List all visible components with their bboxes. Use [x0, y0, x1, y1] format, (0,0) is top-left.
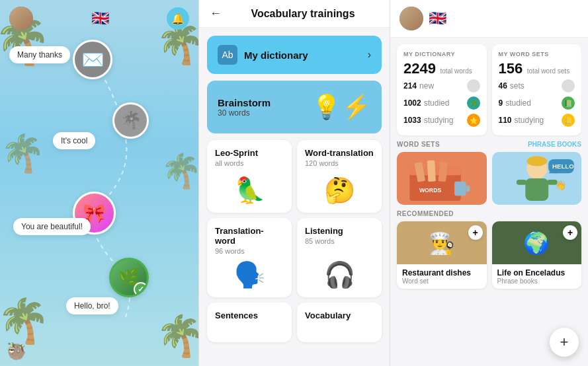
sets-row: WORDS [397, 152, 581, 205]
panel-title: Vocabulary trainings [227, 8, 379, 20]
plant-circle: 🌿 ✓ [109, 258, 149, 297]
palm-circle: 🌴 [112, 102, 149, 139]
envelope-circle: ✉️ [73, 40, 112, 79]
recommended-row: 👨‍🍳 + Restaurant dishes Word set 🌍 + Lif… [397, 221, 581, 289]
training-title: Word-translation [305, 148, 374, 158]
stat-sets-studied: 9 studied 📗 [499, 94, 575, 112]
training-subtitle: all words [215, 159, 243, 167]
training-title: Sentences [215, 311, 258, 320]
left-panel: 🇬🇧 🔔 🌴 🌴 🌴 🌴 🌴 🌴 ✉️ 🌴 🎀 🌿 ✓ Many thanks … [0, 0, 198, 366]
svg-rect-3 [427, 161, 436, 182]
phrase-books-illustration: HELLO 👋 [492, 152, 582, 205]
my-dictionary-header: MY DICTIONARY [403, 51, 480, 57]
right-panel: 🇬🇧 MY DICTIONARY 2249 total words 214 ne… [390, 0, 588, 366]
middle-header: ← Vocabulary trainings [199, 0, 390, 28]
stat-dot: 📒 [562, 114, 575, 127]
stat-studied: 1002 studied 🌿 [403, 94, 480, 112]
avatar [9, 7, 33, 30]
total-words-label: total words [440, 67, 472, 75]
svg-rect-11 [516, 180, 526, 185]
stat-new: 214 new [403, 77, 480, 94]
back-button[interactable]: ← [210, 7, 222, 20]
training-emoji: 🎧 [324, 260, 355, 289]
fab-button[interactable]: + [550, 328, 579, 357]
dictionary-icon: Ab [218, 45, 237, 65]
alarm-button[interactable]: 🔔 [167, 7, 189, 30]
training-card-leo-sprint[interactable]: Leo-Sprint all words 🦜 [207, 140, 292, 213]
total-sets-label: total word sets [527, 67, 569, 75]
bubble-hello-bro: Hello, bro! [66, 297, 118, 314]
rec-add-button[interactable]: + [468, 225, 483, 240]
rec-subtitle: Phrase books [497, 277, 577, 285]
svg-text:👋: 👋 [554, 180, 566, 191]
word-sets-card[interactable]: WORDS [397, 152, 487, 205]
svg-rect-7 [466, 186, 470, 192]
recommended-label: RECOMMENDED [397, 210, 454, 217]
stat-dot [562, 79, 575, 92]
palm-icon: 🌴 [0, 296, 50, 346]
rec-thumb-enceladus: 🌍 + [492, 221, 582, 264]
phrase-books-card[interactable]: HELLO 👋 [492, 152, 582, 205]
svg-point-9 [526, 156, 547, 166]
svg-text:HELLO: HELLO [552, 163, 573, 170]
more-trainings: Sentences Vocabulary [207, 303, 382, 342]
rec-body-restaurant: Restaurant dishes Word set [397, 264, 487, 289]
phrase-books-label[interactable]: PHRASE BOOKS [528, 141, 581, 148]
middle-content: Ab My dictionary › Brainstorm 30 words 💡… [199, 28, 390, 366]
stat-dot: ⭐ [467, 114, 480, 127]
rec-title: Life on Enceladus [497, 268, 577, 277]
stat-sets: 46 sets [499, 77, 575, 94]
brainstorm-subtitle: 30 words [218, 108, 271, 118]
training-title: Vocabulary [305, 311, 351, 320]
my-dictionary-box: MY DICTIONARY 2249 total words 214 new 1… [397, 44, 487, 135]
training-card-listening[interactable]: Listening 85 words 🎧 [297, 218, 382, 297]
words-illustration: WORDS [397, 152, 487, 205]
total-words-num: 2249 [403, 60, 436, 77]
my-word-sets-box: MY WORD SETS 156 total word sets 46 sets… [492, 44, 582, 135]
training-title: Translation-word [215, 226, 284, 246]
rec-card-enceladus[interactable]: 🌍 + Life on Enceladus Phrase books [492, 221, 582, 289]
bubble-its-cool: It's cool [53, 132, 95, 149]
dictionary-arrow: › [368, 49, 371, 61]
training-card-sentences[interactable]: Sentences [207, 303, 292, 342]
dictionary-banner[interactable]: Ab My dictionary › [207, 36, 382, 74]
avatar [399, 7, 423, 30]
total-sets-row: 156 total word sets [499, 60, 575, 77]
brainstorm-title: Brainstorm [218, 97, 271, 108]
training-subtitle: 85 words [305, 237, 335, 245]
dictionary-banner-left: Ab My dictionary [218, 45, 308, 65]
training-subtitle: 120 words [305, 159, 339, 167]
rec-subtitle: Word set [402, 277, 482, 285]
brainstorm-text: Brainstorm 30 words [218, 97, 271, 118]
dictionary-label: My dictionary [244, 50, 308, 61]
total-words-row: 2249 total words [403, 60, 480, 77]
stat-studying: 1033 studying ⭐ [403, 112, 480, 129]
training-emoji: 🦜 [234, 176, 265, 205]
stat-dot [467, 79, 480, 92]
bubble-many-thanks: Many thanks [9, 46, 70, 63]
rec-add-button[interactable]: + [563, 225, 577, 240]
my-word-sets-header: MY WORD SETS [499, 51, 575, 57]
svg-text:WORDS: WORDS [419, 187, 442, 194]
training-card-word-translation[interactable]: Word-translation 120 words 🤔 [297, 140, 382, 213]
training-title: Leo-Sprint [215, 148, 258, 158]
svg-rect-10 [525, 178, 548, 201]
training-card-vocabulary[interactable]: Vocabulary [297, 303, 382, 342]
training-grid: Leo-Sprint all words 🦜 Word-translation … [207, 140, 382, 297]
stats-row: MY DICTIONARY 2249 total words 214 new 1… [397, 44, 581, 135]
alarm-icon: 🔔 [171, 13, 185, 25]
brainstorm-card[interactable]: Brainstorm 30 words 💡⚡ [207, 81, 382, 133]
rec-thumb-restaurant: 👨‍🍳 + [397, 221, 487, 264]
training-card-translation-word[interactable]: Translation-word 96 words 🗣️ [207, 218, 292, 297]
stat-dot: 🌿 [467, 96, 480, 110]
word-sets-label: WORD SETS [397, 141, 440, 148]
rec-card-restaurant[interactable]: 👨‍🍳 + Restaurant dishes Word set [397, 221, 487, 289]
rec-body-enceladus: Life on Enceladus Phrase books [492, 264, 582, 289]
right-content: MY DICTIONARY 2249 total words 214 new 1… [390, 38, 588, 366]
sets-header-row: WORD SETS PHRASE BOOKS [397, 141, 581, 148]
check-badge: ✓ [134, 282, 148, 297]
flag-icon: 🇬🇧 [91, 10, 109, 27]
total-sets-num: 156 [499, 60, 523, 77]
training-emoji: 🗣️ [234, 260, 265, 289]
stat-dot: 📗 [562, 96, 575, 110]
